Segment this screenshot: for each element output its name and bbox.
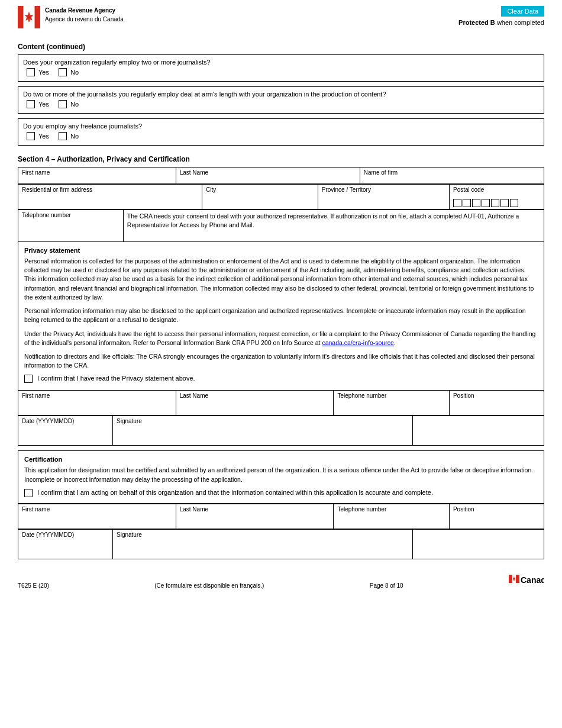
s4-first-name-label: First name [22, 169, 172, 176]
priv-date-label: Date (YYYYMMDD) [22, 418, 109, 424]
protected-label: Protected B when completed [458, 19, 544, 26]
privacy-confirm-text: I confirm that I have read the Privacy s… [37, 375, 195, 382]
q1-no-label: No [70, 69, 79, 76]
s4-telephone-label: Telephone number [22, 212, 119, 218]
q1-yes-label: Yes [38, 69, 49, 76]
page-number: Page 8 of 10 [370, 582, 403, 589]
q3-yes-label: Yes [38, 133, 49, 140]
cert-confirm-text: I confirm that I am acting on behalf of … [37, 489, 433, 496]
svg-rect-10 [516, 575, 519, 583]
privacy-para2: Personal information information may als… [24, 307, 538, 324]
priv-telephone-label: Telephone number [337, 392, 445, 399]
s4-address-label: Residential or firm address [22, 186, 198, 193]
clear-data-button[interactable]: Clear Data [501, 6, 544, 17]
cert-confirm-row: I confirm that I am acting on behalf of … [24, 489, 538, 497]
q2-yes-checkbox[interactable] [27, 100, 35, 108]
cert-position-label: Position [453, 506, 540, 513]
privacy-para1: Personal information is collected for th… [24, 257, 538, 302]
svg-rect-4 [28, 19, 30, 22]
agency-name: Canada Revenue Agency Agence du revenu d… [45, 6, 124, 24]
question-2: Do two or more of the journalists you re… [23, 91, 539, 98]
svg-rect-2 [35, 6, 41, 28]
privacy-para3: Under the Privacy Act, individuals have … [24, 330, 538, 347]
cert-confirm-checkbox[interactable] [24, 489, 33, 497]
svg-rect-1 [18, 6, 24, 28]
q3-no-label: No [70, 133, 79, 140]
s4-firm-name-label: Name of firm [364, 169, 540, 176]
canada-wordmark-icon: Canada [509, 572, 544, 589]
cert-first-name-label: First name [22, 506, 172, 513]
q1-no-checkbox[interactable] [59, 68, 67, 76]
q2-no-checkbox[interactable] [59, 100, 67, 108]
agency-en-line1: Canada Revenue [45, 7, 93, 14]
protected-b-text: Protected B [458, 19, 495, 26]
priv-first-name-label: First name [22, 392, 172, 399]
question-1: Does your organization regularly employ … [23, 59, 539, 66]
q2-no-label: No [70, 101, 79, 108]
form-number: T625 E (20) [18, 582, 49, 589]
cert-telephone-label: Telephone number [337, 506, 445, 513]
question-3: Do you employ any freelance journalists? [23, 123, 539, 130]
q2-yes-label: Yes [38, 101, 49, 108]
s4-last-name-label: Last Name [180, 169, 356, 176]
page-footer: T625 E (20) (Ce formulaire est disponibl… [18, 570, 544, 589]
certification-title: Certification [24, 456, 538, 463]
agency-en-line2: Agency [94, 7, 115, 14]
cert-last-name-label: Last Name [180, 506, 330, 513]
privacy-para4: Notification to directors and like offic… [24, 352, 538, 370]
postal-code-boxes [453, 199, 540, 207]
privacy-section: Privacy statement Personal information i… [18, 242, 544, 390]
privacy-title: Privacy statement [24, 247, 538, 254]
q1-yes-checkbox[interactable] [27, 68, 35, 76]
s4-province-label: Province / Territory [322, 186, 445, 193]
privacy-confirm-row: I confirm that I have read the Privacy s… [24, 375, 538, 383]
certification-section: Certification This application for desig… [18, 450, 544, 503]
content-continued-title: Content (continued) [18, 43, 544, 51]
agency-fr-line1: Agence du revenu [45, 16, 93, 22]
agency-fr-line2: du Canada [95, 16, 124, 22]
svg-rect-9 [513, 579, 514, 581]
priv-position-label: Position [453, 392, 540, 399]
svg-rect-5 [509, 575, 512, 583]
cert-date-label: Date (YYYYMMDD) [22, 531, 109, 538]
privacy-confirm-checkbox[interactable] [24, 375, 33, 383]
q3-yes-checkbox[interactable] [27, 132, 35, 140]
s4-city-label: City [206, 186, 314, 193]
section4-title: Section 4 – Authorization, Privacy and C… [18, 155, 544, 163]
certification-para: This application for designation must be… [24, 466, 538, 484]
privacy-link[interactable]: canada.ca/cra-info-source [322, 339, 393, 346]
q3-no-checkbox[interactable] [59, 132, 67, 140]
priv-sig-label: Signature [117, 418, 409, 424]
priv-last-name-label: Last Name [180, 392, 330, 399]
cra-consent-text: The CRA needs your consent to deal with … [127, 212, 519, 228]
canada-flag-icon [18, 6, 40, 28]
s4-postal-label: Postal code [453, 186, 540, 193]
canada-wordmark-container: Canada [509, 572, 544, 589]
protected-suffix: when completed [495, 19, 544, 26]
french-note: (Ce formulaire est disponible en françai… [154, 582, 264, 589]
cert-sig-label: Signature [117, 531, 409, 538]
svg-text:Canada: Canada [521, 575, 544, 585]
